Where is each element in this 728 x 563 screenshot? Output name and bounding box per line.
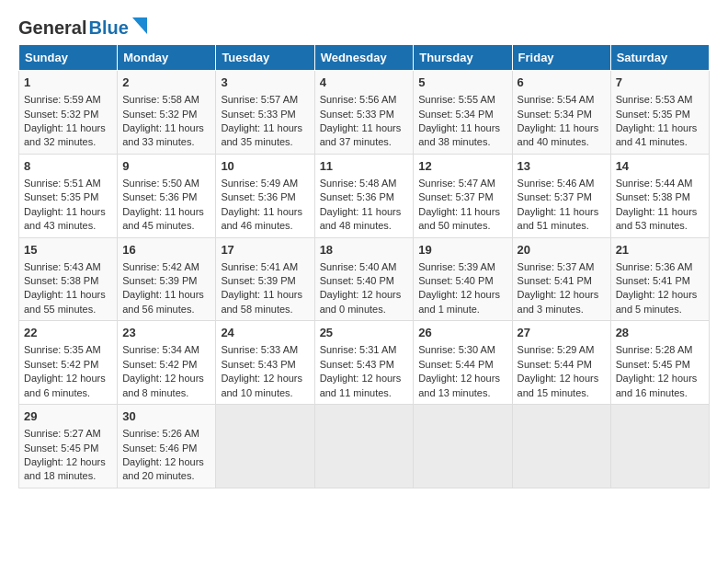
table-row: 23Sunrise: 5:34 AMSunset: 5:42 PMDayligh… [118,321,216,405]
sunset-text: Sunset: 5:39 PM [122,274,210,288]
daylight-text: Daylight: 11 hours and 53 minutes. [616,205,704,234]
day-number: 10 [221,158,309,175]
sunrise-text: Sunrise: 5:31 AM [320,343,409,357]
sunrise-text: Sunrise: 5:53 AM [616,93,704,107]
table-row: 11Sunrise: 5:48 AMSunset: 5:36 PMDayligh… [314,154,414,237]
table-row: 15Sunrise: 5:43 AMSunset: 5:38 PMDayligh… [19,237,118,321]
sunrise-text: Sunrise: 5:44 AM [616,177,704,190]
sunset-text: Sunset: 5:35 PM [24,190,112,204]
calendar-week-4: 29Sunrise: 5:27 AMSunset: 5:45 PMDayligh… [19,405,710,488]
daylight-text: Daylight: 11 hours and 38 minutes. [418,121,506,150]
day-number: 13 [518,158,606,175]
sunrise-text: Sunrise: 5:51 AM [24,177,112,190]
table-row [512,405,610,488]
day-number: 18 [320,242,409,259]
daylight-text: Daylight: 12 hours and 10 minutes. [221,372,309,400]
day-number: 20 [518,242,606,259]
sunset-text: Sunset: 5:41 PM [518,274,606,288]
sunrise-text: Sunrise: 5:54 AM [518,93,606,107]
table-row: 1Sunrise: 5:59 AMSunset: 5:32 PMDaylight… [19,71,118,155]
sunset-text: Sunset: 5:34 PM [518,108,606,121]
table-row: 22Sunrise: 5:35 AMSunset: 5:42 PMDayligh… [19,321,118,405]
header-friday: Friday [512,45,610,71]
table-row: 14Sunrise: 5:44 AMSunset: 5:38 PMDayligh… [610,154,709,237]
sunset-text: Sunset: 5:44 PM [518,358,606,372]
table-row: 4Sunrise: 5:56 AMSunset: 5:33 PMDaylight… [314,71,414,155]
sunset-text: Sunset: 5:44 PM [418,358,506,372]
sunset-text: Sunset: 5:41 PM [616,274,704,288]
sunset-text: Sunset: 5:36 PM [122,190,210,204]
day-number: 8 [24,158,112,175]
table-row: 21Sunrise: 5:36 AMSunset: 5:41 PMDayligh… [610,237,709,321]
daylight-text: Daylight: 12 hours and 15 minutes. [518,372,606,400]
table-row: 16Sunrise: 5:42 AMSunset: 5:39 PMDayligh… [118,237,216,321]
table-row: 5Sunrise: 5:55 AMSunset: 5:34 PMDaylight… [414,71,512,155]
day-number: 11 [320,158,409,175]
sunset-text: Sunset: 5:43 PM [320,358,409,372]
daylight-text: Daylight: 11 hours and 58 minutes. [221,288,309,316]
daylight-text: Daylight: 11 hours and 50 minutes. [418,205,506,234]
sunset-text: Sunset: 5:39 PM [221,274,309,288]
sunset-text: Sunset: 5:40 PM [418,274,506,288]
sunset-text: Sunset: 5:45 PM [24,442,112,455]
day-number: 26 [418,325,506,341]
day-number: 28 [616,325,704,341]
table-row [610,405,709,488]
day-number: 29 [24,408,112,425]
sunrise-text: Sunrise: 5:36 AM [616,260,704,274]
day-number: 4 [320,75,409,91]
sunset-text: Sunset: 5:42 PM [122,358,210,372]
daylight-text: Daylight: 11 hours and 55 minutes. [24,288,112,316]
table-row: 6Sunrise: 5:54 AMSunset: 5:34 PMDaylight… [512,71,610,155]
sunrise-text: Sunrise: 5:55 AM [418,93,506,107]
sunrise-text: Sunrise: 5:30 AM [418,343,506,357]
daylight-text: Daylight: 11 hours and 45 minutes. [122,205,210,234]
sunrise-text: Sunrise: 5:39 AM [418,260,506,274]
sunrise-text: Sunrise: 5:26 AM [122,427,210,441]
sunset-text: Sunset: 5:35 PM [616,108,704,121]
daylight-text: Daylight: 12 hours and 5 minutes. [616,288,704,316]
sunrise-text: Sunrise: 5:37 AM [518,260,606,274]
header-saturday: Saturday [610,45,709,71]
header-monday: Monday [118,45,216,71]
svg-marker-3 [132,17,147,34]
table-row: 10Sunrise: 5:49 AMSunset: 5:36 PMDayligh… [216,154,314,237]
sunrise-text: Sunrise: 5:46 AM [518,177,606,190]
calendar-table: SundayMondayTuesdayWednesdayThursdayFrid… [18,44,710,488]
day-number: 17 [221,242,309,259]
daylight-text: Daylight: 11 hours and 56 minutes. [122,288,210,316]
sunrise-text: Sunrise: 5:58 AM [122,93,210,107]
sunrise-text: Sunrise: 5:29 AM [518,343,606,357]
daylight-text: Daylight: 11 hours and 41 minutes. [616,121,704,150]
day-number: 14 [616,158,704,175]
day-number: 15 [24,242,112,259]
table-row: 12Sunrise: 5:47 AMSunset: 5:37 PMDayligh… [414,154,512,237]
sunrise-text: Sunrise: 5:40 AM [320,260,409,274]
table-row: 2Sunrise: 5:58 AMSunset: 5:32 PMDaylight… [118,71,216,155]
sunrise-text: Sunrise: 5:28 AM [616,343,704,357]
header-sunday: Sunday [19,45,118,71]
sunrise-text: Sunrise: 5:34 AM [122,343,210,357]
sunset-text: Sunset: 5:36 PM [221,190,309,204]
sunset-text: Sunset: 5:40 PM [320,274,409,288]
sunrise-text: Sunrise: 5:49 AM [221,177,309,190]
daylight-text: Daylight: 12 hours and 11 minutes. [320,372,409,400]
calendar-header: SundayMondayTuesdayWednesdayThursdayFrid… [19,45,710,71]
sunset-text: Sunset: 5:34 PM [418,108,506,121]
daylight-text: Daylight: 12 hours and 20 minutes. [122,455,210,484]
sunrise-text: Sunrise: 5:57 AM [221,93,309,107]
sunset-text: Sunset: 5:38 PM [616,190,704,204]
day-number: 6 [518,75,606,91]
day-number: 30 [122,408,210,425]
sunset-text: Sunset: 5:36 PM [320,190,409,204]
table-row: 18Sunrise: 5:40 AMSunset: 5:40 PMDayligh… [314,237,414,321]
sunset-text: Sunset: 5:32 PM [122,108,210,121]
sunrise-text: Sunrise: 5:59 AM [24,93,112,107]
daylight-text: Daylight: 11 hours and 51 minutes. [518,205,606,234]
day-number: 9 [122,158,210,175]
sunrise-text: Sunrise: 5:41 AM [221,260,309,274]
table-row: 13Sunrise: 5:46 AMSunset: 5:37 PMDayligh… [512,154,610,237]
table-row: 9Sunrise: 5:50 AMSunset: 5:36 PMDaylight… [118,154,216,237]
daylight-text: Daylight: 11 hours and 46 minutes. [221,205,309,234]
sunrise-text: Sunrise: 5:42 AM [122,260,210,274]
